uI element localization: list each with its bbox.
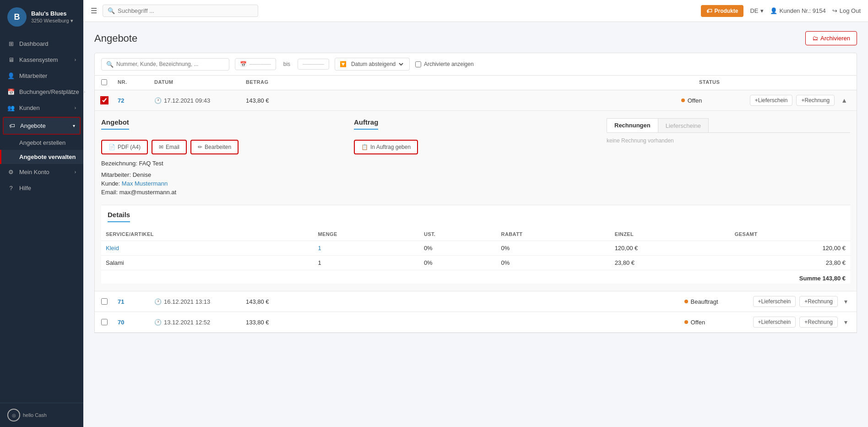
item-einzel-salami: 23,80 € xyxy=(610,256,730,270)
row-checkbox-70[interactable] xyxy=(101,319,118,325)
archivieren-button[interactable]: 🗂 Archivieren xyxy=(805,31,857,45)
select-all-checkbox[interactable] xyxy=(101,79,107,85)
row-status-71: Beauftragt xyxy=(684,298,753,305)
rechnung-button-70[interactable]: +Rechnung xyxy=(799,317,838,328)
filter-search-input[interactable] xyxy=(116,61,224,67)
expand-chevron-71[interactable]: ▾ xyxy=(841,297,850,306)
item-einzel-kleid: 120,00 € xyxy=(610,241,730,256)
lieferschein-button-71[interactable]: +Lieferschein xyxy=(753,296,796,307)
email-line: Email: max@mustermann.at xyxy=(101,189,345,196)
language-selector[interactable]: DE ▾ xyxy=(750,7,763,14)
status-label: Offen xyxy=(688,97,702,104)
sidebar-item-label: Kunden xyxy=(19,104,40,111)
sidebar-item-angebote-verwalten[interactable]: Angebote verwalten xyxy=(0,150,83,164)
hello-cash-label: hello Cash xyxy=(23,412,47,418)
pdf-icon: 📄 xyxy=(108,144,115,150)
sidebar-sub-label: Angebot erstellen xyxy=(19,139,65,146)
status-dot xyxy=(684,300,688,303)
clock-icon: 🕐 xyxy=(154,298,162,305)
chevron-right-icon: › xyxy=(75,57,76,62)
calendar-icon: 📅 xyxy=(240,61,247,67)
tab-rechnungen[interactable]: Rechnungen xyxy=(607,118,658,132)
sidebar-item-angebote[interactable]: 🏷 Angebote ▾ xyxy=(3,117,81,135)
row-nr-71[interactable]: 71 xyxy=(118,298,154,305)
filter-sort-select[interactable]: Datum absteigend Datum aufsteigend xyxy=(349,60,405,68)
item-gesamt-kleid: 120,00 € xyxy=(730,241,850,256)
sidebar-item-mein-konto[interactable]: ⚙ Mein Konto › xyxy=(0,164,83,180)
kunde-link[interactable]: Max Mustermann xyxy=(122,180,168,187)
tab-lieferscheine[interactable]: Lieferscheine xyxy=(658,118,709,132)
row-amount-70: 133,80 € xyxy=(246,319,684,326)
row-nr-72[interactable]: 72 xyxy=(118,97,154,104)
expanded-content-72: Angebot 📄 PDF (A4) ✉ Email xyxy=(95,110,857,291)
row-actions-72: +Lieferschein +Rechnung ▲ xyxy=(750,95,850,106)
sidebar-navigation: ⊞ Dashboard 🖥 Kassensystem › 👤 Mitarbeit… xyxy=(0,32,83,403)
sidebar-item-hilfe[interactable]: ? Hilfe xyxy=(0,180,83,196)
kunde-line: Kunde: Max Mustermann xyxy=(101,180,345,187)
user-info[interactable]: 👤 Kunden Nr.: 9154 xyxy=(770,7,826,14)
mitarbeiter-line: Mitarbeiter: Denise xyxy=(101,171,345,178)
filter-date-to[interactable]: ────── xyxy=(298,59,329,70)
sidebar-item-buchungen[interactable]: 📅 Buchungen/Restplätze › xyxy=(0,84,83,100)
angebot-section-title: Angebot xyxy=(101,118,129,130)
clock-icon: 🕐 xyxy=(154,319,162,326)
bearbeiten-button[interactable]: ✏ Bearbeiten xyxy=(190,140,239,154)
search-input[interactable] xyxy=(118,7,253,14)
sidebar-item-label: Dashboard xyxy=(19,40,49,47)
row-checkbox-71[interactable] xyxy=(101,298,118,305)
row-amount-71: 143,80 € xyxy=(246,298,684,305)
expanded-grid: Angebot 📄 PDF (A4) ✉ Email xyxy=(101,118,850,197)
sidebar-item-dashboard[interactable]: ⊞ Dashboard xyxy=(0,36,83,52)
edit-icon: ✏ xyxy=(198,144,202,150)
in-auftrag-button[interactable]: 📋 In Auftrag geben xyxy=(354,140,418,154)
lieferschein-button-70[interactable]: +Lieferschein xyxy=(753,317,796,328)
sidebar-item-label: Mitarbeiter xyxy=(19,72,47,79)
item-ust-kleid: 0% xyxy=(419,241,497,256)
filter-date-from[interactable]: 📅 ────── xyxy=(235,58,276,70)
email-button[interactable]: ✉ Email xyxy=(152,140,187,154)
row-nr-70[interactable]: 70 xyxy=(118,319,154,326)
sort-icon: 🔽 xyxy=(340,61,347,67)
dashboard-icon: ⊞ xyxy=(7,40,15,47)
details-section: Details SERVICE/ARTIKEL MENGE UST. RABAT… xyxy=(101,205,850,284)
th-einzel: EINZEL xyxy=(610,228,730,241)
sidebar-item-angebot-erstellen[interactable]: Angebot erstellen xyxy=(0,136,83,150)
sidebar-item-label: Mein Konto xyxy=(19,169,49,175)
row-status-72: Offen xyxy=(681,97,750,104)
sidebar-logo: B Balu's Blues 3250 Wieselburg ▾ xyxy=(0,0,83,32)
details-item-salami: Salami 1 0% 0% 23,80 € 23,80 € xyxy=(101,256,850,270)
rechnung-button-71[interactable]: +Rechnung xyxy=(799,296,838,307)
brand-location: 3250 Wieselburg ▾ xyxy=(31,18,73,24)
archive-icon: 🗂 xyxy=(812,35,818,42)
th-checkbox xyxy=(101,79,118,86)
th-ust: UST. xyxy=(419,228,497,241)
auftrag-section-title: Auftrag xyxy=(354,118,378,130)
archived-checkbox[interactable] xyxy=(415,61,421,67)
rechnung-button-72[interactable]: +Rechnung xyxy=(796,95,835,106)
hello-cash-icon: ◎ xyxy=(7,409,20,422)
mitarbeiter-icon: 👤 xyxy=(7,72,15,79)
row-checkbox-72[interactable] xyxy=(101,97,118,104)
topbar: ☰ 🔍 🏷 Produkte DE ▾ 👤 Kunden Nr.: 9154 ↪… xyxy=(83,0,868,22)
tag-icon: 🏷 xyxy=(706,8,712,14)
expand-chevron-72[interactable]: ▲ xyxy=(838,96,850,105)
hamburger-icon[interactable]: ☰ xyxy=(91,6,97,15)
row-date-72: 🕐 17.12.2021 09:43 xyxy=(154,97,246,104)
filter-search-container: 🔍 xyxy=(101,58,229,71)
produkte-button[interactable]: 🏷 Produkte xyxy=(701,5,743,17)
item-name-kleid[interactable]: Kleid xyxy=(101,241,313,256)
lieferschein-button-72[interactable]: +Lieferschein xyxy=(750,95,793,106)
archived-label: Archivierte anzeigen xyxy=(424,61,474,67)
sidebar-item-kassensystem[interactable]: 🖥 Kassensystem › xyxy=(0,52,83,68)
hello-cash-brand: ◎ hello Cash xyxy=(7,409,47,422)
sidebar-item-kunden[interactable]: 👥 Kunden › xyxy=(0,100,83,116)
brand-name: Balu's Blues xyxy=(31,10,73,18)
item-ust-salami: 0% xyxy=(419,256,497,270)
sidebar-item-mitarbeiter[interactable]: 👤 Mitarbeiter xyxy=(0,68,83,84)
expand-chevron-70[interactable]: ▾ xyxy=(841,318,850,327)
topbar-search-container: 🔍 xyxy=(103,5,258,17)
pdf-button[interactable]: 📄 PDF (A4) xyxy=(101,140,148,154)
details-table: SERVICE/ARTIKEL MENGE UST. RABATT EINZEL… xyxy=(101,228,850,270)
logout-button[interactable]: ↪ Log Out xyxy=(832,7,861,14)
table-row: 70 🕐 13.12.2021 12:52 133,80 € Offen +Li… xyxy=(95,312,857,332)
